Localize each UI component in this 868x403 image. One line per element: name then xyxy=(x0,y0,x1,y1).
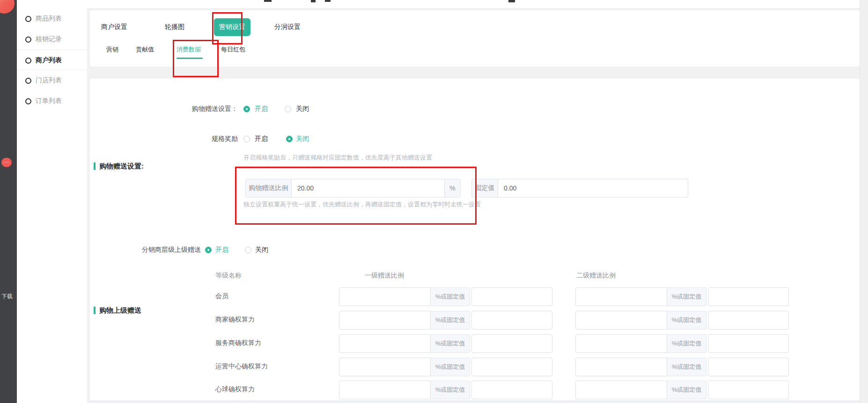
level2-fixed-input[interactable] xyxy=(708,287,789,306)
level2-ratio-input[interactable] xyxy=(575,287,667,306)
circle-icon xyxy=(25,16,31,22)
left-rail: ⋯ 下载 xyxy=(0,0,17,403)
subtab-consumption-data-active[interactable]: 消费数据 xyxy=(177,45,201,55)
level2-fixed-input[interactable] xyxy=(708,381,789,399)
table-row-merchant-power: 商家确权算力 %或固定值 %或固定值 xyxy=(90,311,860,330)
gift-on-label[interactable]: 开启 xyxy=(255,105,268,113)
tab-carousel[interactable]: 轮播图 xyxy=(165,23,184,32)
level1-ratio-input[interactable] xyxy=(339,311,431,330)
sidebar-item-label: 商户列表 xyxy=(36,56,62,65)
spec-off-radio[interactable] xyxy=(286,136,293,142)
spec-off-label[interactable]: 关闭 xyxy=(296,135,309,143)
level2-fixed-input[interactable] xyxy=(708,311,789,330)
active-subtab-underline xyxy=(177,58,203,59)
download-button[interactable]: 下载 xyxy=(1,293,13,300)
sidebar-item-verify-records[interactable]: 核销记录 xyxy=(17,29,87,50)
level-name: 商家确权算力 xyxy=(215,315,255,324)
level1-ratio-input[interactable] xyxy=(339,381,431,399)
level2-fixed-input[interactable] xyxy=(708,358,789,376)
top-edge-fragment xyxy=(325,0,331,2)
level1-fixed-input[interactable] xyxy=(471,311,552,330)
section-accent-bar xyxy=(94,162,96,170)
column-header-level1-ratio: 一级赠送比例 xyxy=(365,271,404,280)
section-title: 购物赠送设置: xyxy=(99,162,144,171)
level1-fixed-input[interactable] xyxy=(471,287,552,306)
subtab-daily-redpacket[interactable]: 每日红包 xyxy=(221,45,245,55)
spec-reward-label: 规格奖励 xyxy=(90,135,238,143)
top-edge-fragment xyxy=(311,0,316,2)
gift-on-radio[interactable] xyxy=(243,106,250,112)
content-card: 购物赠送设置: 购物赠送设置： 开启 关闭 规格奖励 开启 关闭 开启规格奖励后… xyxy=(90,79,860,403)
gift-off-radio[interactable] xyxy=(285,106,291,112)
ratio-suffix-label: %或固定值 xyxy=(431,311,470,330)
level1-ratio-input[interactable] xyxy=(339,287,431,306)
gift-toggle-label: 购物赠送设置： xyxy=(90,105,238,113)
vertical-scrollbar[interactable] xyxy=(860,0,868,403)
spec-reward-hint: 开启规格奖励后，只赠送规格对应固定数值，优先度高于其他赠送设置 xyxy=(243,154,432,162)
sidebar-item-order-list[interactable]: 订单列表 xyxy=(17,91,87,111)
subtab-contribution[interactable]: 贡献值 xyxy=(136,45,154,55)
ratio-suffix-label: %或固定值 xyxy=(431,334,470,353)
ratio-suffix-label: %或固定值 xyxy=(667,334,706,353)
sidebar-menu: 商品列表 核销记录 商户列表 门店列表 订单列表 xyxy=(17,0,87,403)
level2-fixed-input[interactable] xyxy=(708,334,789,353)
sidebar-item-label: 订单列表 xyxy=(36,97,62,105)
level2-ratio-input[interactable] xyxy=(575,381,667,399)
tabs-card: 商户设置 轮播图 营销设置 分润设置 营销 贡献值 消费数据 每日红包 xyxy=(90,10,860,66)
sidebar-item-goods-list[interactable]: 商品列表 xyxy=(17,8,87,29)
gift-toggle-row: 购物赠送设置： 开启 关闭 xyxy=(90,104,860,114)
tab-marketing-settings-active[interactable]: 营销设置 xyxy=(214,18,250,36)
distributor-toggle-row: 分销商层级上级赠送 开启 关闭 xyxy=(90,245,860,255)
table-row-operation-center-power: 运营中心确权算力 %或固定值 %或固定值 xyxy=(90,358,860,376)
level-name: 服务商确权算力 xyxy=(215,339,261,347)
ratio-suffix-label: %或固定值 xyxy=(431,358,470,376)
ratio-input-prepend: 购物赠送比例 xyxy=(245,179,291,198)
ratio-suffix-label: %或固定值 xyxy=(667,287,706,306)
level1-ratio-input[interactable] xyxy=(339,358,431,376)
gift-off-label[interactable]: 关闭 xyxy=(296,105,309,113)
sidebar-item-store-list[interactable]: 门店列表 xyxy=(17,70,87,91)
distributor-on-radio[interactable] xyxy=(205,247,212,253)
circle-icon xyxy=(25,98,31,104)
table-row-service-power: 服务商确权算力 %或固定值 %或固定值 xyxy=(90,334,860,353)
top-edge-fragment xyxy=(508,0,515,2)
sidebar-item-merchant-list[interactable]: 商户列表 xyxy=(17,50,87,70)
level2-ratio-input[interactable] xyxy=(575,311,667,330)
table-row-member: 会员 %或固定值 %或固定值 xyxy=(90,287,860,306)
column-header-level2-ratio: 二级赠送比例 xyxy=(576,271,616,280)
spec-on-label[interactable]: 开启 xyxy=(255,135,268,143)
ratio-suffix-label: %或固定值 xyxy=(667,381,706,399)
avatar[interactable] xyxy=(0,0,15,14)
distributor-toggle-label: 分销商层级上级赠送 xyxy=(90,246,201,254)
subtab-marketing[interactable]: 营销 xyxy=(106,45,118,55)
ratio-suffix-label: %或固定值 xyxy=(431,381,470,399)
level2-ratio-input[interactable] xyxy=(575,334,667,353)
distributor-off-radio[interactable] xyxy=(245,247,251,253)
distributor-off-label[interactable]: 关闭 xyxy=(255,246,268,254)
tab-profit-settings[interactable]: 分润设置 xyxy=(274,23,301,32)
level-name: 会员 xyxy=(215,292,228,300)
sidebar-item-label: 核销记录 xyxy=(36,35,62,44)
circle-icon xyxy=(25,37,31,43)
level1-fixed-input[interactable] xyxy=(471,334,552,353)
more-actions-button[interactable]: ⋯ xyxy=(1,158,12,167)
ratio-suffix-label: %或固定值 xyxy=(667,358,706,376)
level-name: 心球确权算力 xyxy=(215,385,255,394)
ratio-suffix-label: %或固定值 xyxy=(667,311,706,330)
top-edge-fragment xyxy=(264,0,272,2)
sidebar-item-label: 门店列表 xyxy=(36,76,62,85)
level1-fixed-input[interactable] xyxy=(471,358,552,376)
ratio-priority-hint: 独立设置权重高于统一设置，优先赠送比例，再赠送固定值，设置都为零时时走统一设置 xyxy=(243,200,481,209)
ratio-suffix-label: %或固定值 xyxy=(431,287,470,306)
fixed-value-input[interactable] xyxy=(498,179,688,198)
spec-on-radio[interactable] xyxy=(243,136,250,142)
level2-ratio-input[interactable] xyxy=(575,358,667,376)
distributor-on-label[interactable]: 开启 xyxy=(215,246,228,254)
table-row-xinqiu-power: 心球确权算力 %或固定值 %或固定值 xyxy=(90,381,860,399)
level-name: 运营中心确权算力 xyxy=(215,362,268,371)
column-header-level-name: 等级名称 xyxy=(215,271,242,280)
ratio-input[interactable] xyxy=(291,179,445,198)
level1-fixed-input[interactable] xyxy=(471,381,552,399)
level1-ratio-input[interactable] xyxy=(339,334,431,353)
tab-merchant-settings[interactable]: 商户设置 xyxy=(101,23,127,32)
